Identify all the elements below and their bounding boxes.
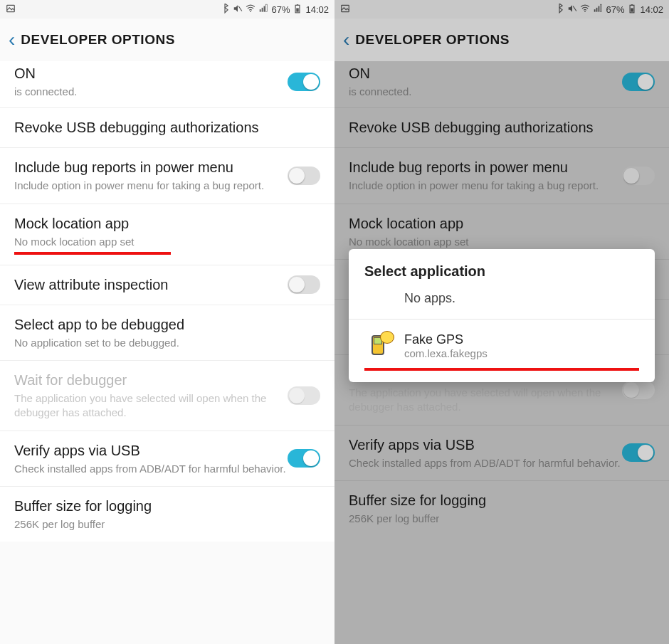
- title-bar: ‹ DEVELOPER OPTIONS: [334, 19, 669, 61]
- mute-icon: [233, 4, 243, 16]
- battery-percent: 67%: [606, 4, 624, 15]
- bluetooth-icon: [554, 4, 564, 16]
- dialog-app-item[interactable]: Fake GPS com.lexa.fakegps: [349, 320, 655, 365]
- svg-rect-4: [262, 7, 263, 11]
- annotation-underline: [364, 368, 639, 371]
- page-title: DEVELOPER OPTIONS: [355, 32, 509, 48]
- row-revoke-usb[interactable]: Revoke USB debugging authorizations: [0, 108, 334, 148]
- settings-list[interactable]: ON is connected. Revoke USB debugging au…: [0, 61, 334, 542]
- svg-rect-19: [631, 8, 634, 11]
- screenshot-left: 67% 14:02 ‹ DEVELOPER OPTIONS ON is conn…: [0, 0, 334, 644]
- wifi-icon: [580, 4, 590, 16]
- bug-reports-toggle[interactable]: [288, 167, 320, 185]
- svg-rect-14: [596, 7, 598, 11]
- svg-rect-6: [266, 4, 268, 12]
- row-wait-debugger: Wait for debugger The application you ha…: [0, 361, 334, 431]
- status-bar: 67% 14:02: [334, 0, 669, 19]
- title-bar: ‹ DEVELOPER OPTIONS: [0, 19, 334, 61]
- battery-icon: [293, 4, 302, 16]
- row-buffer-size[interactable]: Buffer size for logging 256K per log buf…: [0, 487, 334, 542]
- dialog-app-name: Fake GPS: [404, 332, 639, 347]
- back-button[interactable]: ‹: [342, 24, 355, 56]
- row-revoke-usb: Revoke USB debugging authorizations: [334, 108, 669, 148]
- svg-rect-8: [297, 4, 298, 5]
- svg-line-1: [239, 6, 243, 11]
- signal-icon: [258, 4, 268, 16]
- screenshot-right: 67% 14:02 ‹ DEVELOPER OPTIONS ON is conn…: [334, 0, 669, 644]
- mute-icon: [567, 4, 577, 16]
- back-button[interactable]: ‹: [7, 24, 21, 56]
- dialog-no-apps[interactable]: No apps.: [349, 285, 655, 320]
- wifi-icon: [246, 4, 256, 16]
- connected-subtext: is connected.: [14, 85, 288, 99]
- row-bug-reports[interactable]: Include bug reports in power menu Includ…: [0, 148, 334, 204]
- page-title: DEVELOPER OPTIONS: [21, 32, 174, 48]
- master-toggle-label: ON: [349, 64, 622, 83]
- row-select-debug-app[interactable]: Select app to be debugged No application…: [0, 305, 334, 361]
- svg-point-2: [251, 11, 252, 12]
- select-application-dialog: Select application No apps. Fake GPS com…: [349, 249, 655, 382]
- battery-icon: [627, 4, 637, 16]
- dialog-title: Select application: [349, 249, 655, 285]
- svg-rect-15: [599, 6, 600, 11]
- svg-rect-9: [297, 8, 300, 11]
- svg-line-11: [574, 6, 577, 11]
- row-view-attribute[interactable]: View attribute inspection: [0, 265, 334, 305]
- svg-rect-3: [260, 9, 261, 12]
- gallery-icon: [6, 4, 16, 16]
- wait-debugger-toggle: [288, 386, 320, 405]
- status-bar: 67% 14:02: [0, 0, 334, 19]
- clock-time: 14:02: [640, 4, 663, 15]
- row-mock-location[interactable]: Mock location app No mock location app s…: [0, 204, 334, 265]
- verify-usb-toggle: [622, 443, 655, 462]
- master-toggle: [622, 73, 655, 91]
- bug-reports-toggle: [622, 167, 655, 185]
- row-verify-usb[interactable]: Verify apps via USB Check installed apps…: [0, 431, 334, 487]
- svg-rect-5: [264, 6, 265, 11]
- annotation-underline: [14, 252, 171, 255]
- row-verify-usb: Verify apps via USB Check installed apps…: [334, 426, 669, 481]
- master-toggle-label: ON: [14, 64, 288, 83]
- svg-rect-18: [631, 4, 633, 5]
- dialog-app-package: com.lexa.fakegps: [404, 347, 639, 359]
- signal-icon: [593, 4, 603, 16]
- row-bug-reports: Include bug reports in power menu Includ…: [334, 148, 669, 204]
- fake-gps-icon: [364, 331, 394, 361]
- row-buffer-size: Buffer size for logging 256K per log buf…: [334, 481, 669, 536]
- svg-rect-13: [594, 9, 596, 12]
- bluetooth-icon: [220, 4, 230, 16]
- svg-rect-16: [601, 4, 602, 12]
- gallery-icon: [340, 4, 350, 16]
- battery-percent: 67%: [271, 4, 290, 15]
- clock-time: 14:02: [305, 4, 329, 15]
- verify-usb-toggle[interactable]: [288, 449, 320, 468]
- svg-point-12: [585, 11, 586, 12]
- wait-debugger-toggle: [622, 381, 655, 399]
- view-attr-toggle[interactable]: [288, 275, 320, 294]
- master-toggle[interactable]: [288, 73, 320, 91]
